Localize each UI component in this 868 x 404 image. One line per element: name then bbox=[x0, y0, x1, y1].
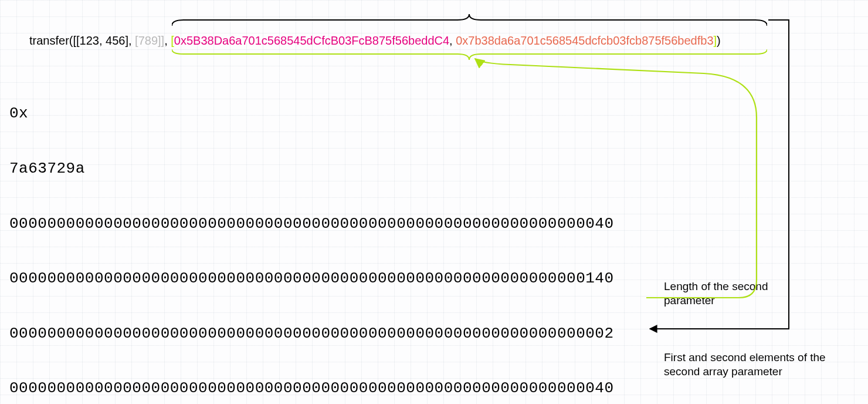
sig-close-paren: ) bbox=[717, 34, 721, 47]
sig-prefix: transfer([[123, 456], bbox=[29, 34, 135, 47]
hex-row-2: 0000000000000000000000000000000000000000… bbox=[9, 325, 614, 343]
sig-addr2: 0x7b38da6a701c568545dcfcb03fcb875f56bedf… bbox=[456, 34, 713, 47]
function-signature: transfer([[123, 456], [789]], [0x5B38Da6… bbox=[29, 34, 721, 48]
hex-prefix: 0x bbox=[9, 105, 614, 123]
sig-gray: [789]] bbox=[135, 34, 164, 47]
hex-row-1: 0000000000000000000000000000000000000000… bbox=[9, 270, 614, 288]
sig-sep: , bbox=[449, 34, 456, 47]
lime-underbrace bbox=[172, 48, 767, 61]
annotation-length: Length of the second parameter bbox=[664, 280, 816, 308]
annotation-elements: First and second elements of the second … bbox=[664, 351, 857, 379]
sig-addr1: 0x5B38Da6a701c568545dCfcB03FcB875f56bedd… bbox=[174, 34, 449, 47]
hex-row-0: 0000000000000000000000000000000000000000… bbox=[9, 215, 614, 233]
sig-comma: , bbox=[164, 34, 171, 47]
top-brace bbox=[172, 14, 767, 27]
hex-calldata: 0x 7a63729a 0000000000000000000000000000… bbox=[9, 68, 614, 404]
hex-selector: 7a63729a bbox=[9, 160, 614, 178]
hex-row-3: 0000000000000000000000000000000000000000… bbox=[9, 379, 614, 398]
